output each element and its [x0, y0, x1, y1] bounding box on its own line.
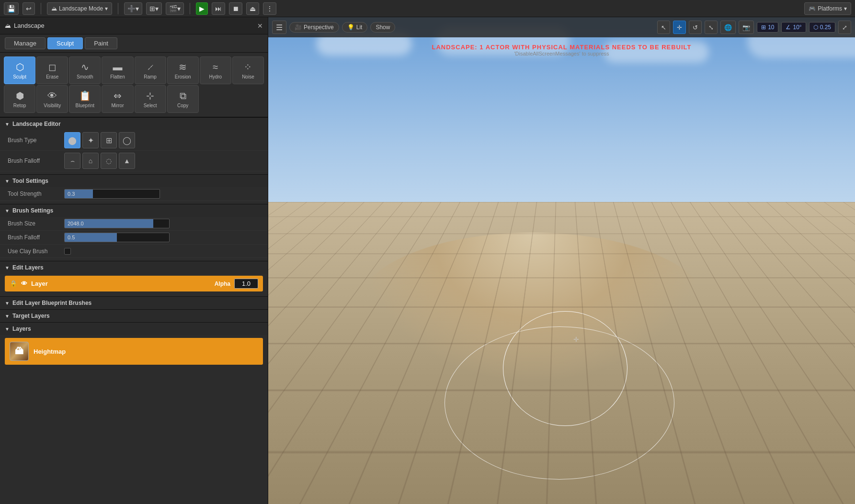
panel-title: ⛰ Landscape — [5, 22, 45, 29]
show-button[interactable]: Show — [370, 22, 395, 33]
landscape-editor-body: Brush Type ⬤ ✦ ⊞ ◯ Brush Falloff ⌢ ⌂ — [0, 130, 268, 174]
brush-ring-btn[interactable]: ◯ — [119, 132, 135, 148]
tool-smooth-label: Smooth — [77, 74, 93, 79]
copy-icon: ⧉ — [180, 90, 186, 101]
panel-close-button[interactable]: ✕ — [257, 22, 263, 30]
media-button[interactable]: 🎬▾ — [166, 2, 184, 15]
stop-button[interactable]: ⏹ — [229, 2, 242, 15]
section-edit-layers[interactable]: ▼ Edit Layers — [0, 261, 268, 274]
dropdown-arrow: ▾ — [105, 5, 108, 12]
scale-display[interactable]: ⬡ 0.25 — [809, 22, 835, 33]
more-button[interactable]: ⋮ — [263, 2, 276, 15]
tool-flatten[interactable]: ▬ Flatten — [102, 56, 133, 84]
tool-noise[interactable]: ⁘ Noise — [232, 56, 264, 84]
tool-strength-bar[interactable]: 0.3 — [64, 189, 160, 199]
tool-blueprint[interactable]: 📋 Blueprint — [69, 85, 101, 113]
section-edit-layer-blueprint[interactable]: ▼ Edit Layer Blueprint Brushes — [0, 296, 268, 309]
use-clay-checkbox[interactable] — [64, 248, 71, 255]
brush-circle-btn[interactable]: ⬤ — [64, 132, 80, 148]
separator-3 — [190, 3, 190, 14]
mode-tabs: Manage Sculpt Paint — [0, 34, 268, 53]
brush-star-btn[interactable]: ✦ — [82, 132, 99, 148]
viewport-toolbar: ☰ 🎥 Perspective 💡 Lit Show ↖ ✛ ↺ ⤡ 🌐 📷 ⊞ — [268, 17, 855, 37]
eject-button[interactable]: ⏏ — [246, 2, 259, 15]
landscape-title-icon: ⛰ — [5, 22, 11, 29]
brush-type-controls: ⬤ ✦ ⊞ ◯ — [64, 132, 260, 148]
tool-ramp-label: Ramp — [144, 74, 157, 79]
camera-button[interactable]: 📷 — [739, 21, 754, 34]
tab-paint[interactable]: Paint — [85, 37, 117, 49]
lit-button[interactable]: 💡 Lit — [342, 22, 368, 33]
tool-strength-control: 0.3 — [64, 189, 260, 199]
section-target-layers[interactable]: ▼ Target Layers — [0, 309, 268, 322]
tool-hydro[interactable]: ≈ Hydro — [200, 56, 231, 84]
brush-size-value: 2048.0 — [68, 221, 84, 226]
landscape-editor-label: Landscape Editor — [12, 121, 61, 127]
arrow-layers: ▼ — [5, 326, 10, 332]
tool-sculpt[interactable]: ⬡ Sculpt — [4, 56, 35, 84]
play-button[interactable]: ▶ — [196, 2, 208, 15]
tab-manage[interactable]: Manage — [5, 37, 46, 49]
tool-flatten-label: Flatten — [110, 74, 125, 79]
tool-settings-body: Tool Strength 0.3 — [0, 187, 268, 204]
tool-smooth[interactable]: ∿ Smooth — [69, 56, 101, 84]
section-brush-settings[interactable]: ▼ Brush Settings — [0, 204, 268, 217]
erosion-icon: ≋ — [179, 61, 187, 73]
smooth-icon: ∿ — [81, 61, 89, 73]
scale-button[interactable]: ⤡ — [705, 21, 718, 34]
brush-type-group: ⬤ ✦ ⊞ ◯ — [64, 132, 135, 148]
tool-visibility[interactable]: 👁 Visibility — [36, 85, 68, 113]
falloff-linear-btn[interactable]: ⌂ — [82, 153, 99, 169]
undo-button[interactable]: ↩ — [23, 2, 35, 15]
play-next-button[interactable]: ⏭ — [212, 2, 225, 15]
panel-header: ⛰ Landscape ✕ — [0, 17, 268, 34]
ramp-icon: ⟋ — [146, 62, 155, 73]
tool-sculpt-label: Sculpt — [13, 74, 26, 79]
rotate-button[interactable]: ↺ — [689, 21, 702, 34]
falloff-smooth-btn[interactable]: ⌢ — [64, 153, 80, 169]
tool-erosion[interactable]: ≋ Erosion — [167, 56, 199, 84]
brush-falloff-control: 0.5 — [64, 233, 260, 242]
section-tool-settings[interactable]: ▼ Tool Settings — [0, 174, 268, 187]
tool-select[interactable]: ⊹ Select — [135, 85, 166, 113]
sculpt-icon: ⬡ — [16, 61, 24, 73]
tool-retop[interactable]: ⬢ Retop — [4, 85, 35, 113]
crosshair: ✛ — [573, 336, 579, 343]
falloff-sphere-btn[interactable]: ◌ — [101, 153, 117, 169]
falloff-tip-btn[interactable]: ▲ — [119, 153, 135, 169]
angle-display[interactable]: ∠ 10° — [781, 22, 806, 33]
section-landscape-editor[interactable]: ▼ Landscape Editor — [0, 117, 268, 130]
viewport-menu-button[interactable]: ☰ — [272, 21, 286, 34]
tool-mirror[interactable]: ⇔ Mirror — [102, 85, 133, 113]
top-toolbar: 💾 ↩ ⛰ Landscape Mode ▾ ➕▾ ⊞▾ 🎬▾ ▶ ⏭ ⏹ ⏏ … — [0, 0, 855, 17]
tool-erase-label: Erase — [46, 74, 58, 79]
layout-button[interactable]: ⊞▾ — [146, 2, 162, 15]
save-button[interactable]: 💾 — [4, 2, 19, 15]
tool-ramp[interactable]: ⟋ Ramp — [135, 56, 166, 84]
perspective-button[interactable]: 🎥 Perspective — [289, 22, 339, 33]
heightmap-row[interactable]: 🏔 Heightmap — [5, 338, 263, 365]
cursor-button[interactable]: ↖ — [657, 21, 670, 34]
layer-row: 🔒 👁 Layer Alpha — [5, 276, 263, 291]
viewport[interactable]: ☰ 🎥 Perspective 💡 Lit Show ↖ ✛ ↺ ⤡ 🌐 📷 ⊞ — [268, 17, 855, 504]
brush-grid-btn[interactable]: ⊞ — [101, 132, 117, 148]
tab-sculpt[interactable]: Sculpt — [47, 37, 83, 49]
tool-retop-label: Retop — [13, 103, 26, 108]
brush-falloff-bar[interactable]: 0.5 — [64, 233, 170, 242]
landscape-mode-button[interactable]: ⛰ Landscape Mode ▾ — [47, 2, 112, 15]
add-button[interactable]: ➕▾ — [124, 2, 142, 15]
platforms-button[interactable]: 🎮 Platforms ▾ — [804, 2, 851, 15]
world-button[interactable]: 🌐 — [720, 21, 736, 34]
use-clay-row: Use Clay Brush — [0, 245, 268, 258]
brush-size-bar[interactable]: 2048.0 — [64, 219, 170, 228]
grid-display[interactable]: ⊞ 10 — [757, 22, 778, 33]
platforms-arrow: ▾ — [844, 5, 847, 12]
maximize-button[interactable]: ⤢ — [838, 21, 851, 34]
layer-alpha-input[interactable] — [234, 279, 258, 289]
tool-copy[interactable]: ⧉ Copy — [167, 85, 199, 113]
main-area: ⛰ Landscape ✕ Manage Sculpt Paint ⬡ Scul… — [0, 17, 855, 504]
move-button[interactable]: ✛ — [673, 21, 686, 34]
tool-erase[interactable]: ◻ Erase — [36, 56, 68, 84]
layers-body: 🏔 Heightmap — [0, 335, 268, 370]
section-layers[interactable]: ▼ Layers — [0, 322, 268, 335]
